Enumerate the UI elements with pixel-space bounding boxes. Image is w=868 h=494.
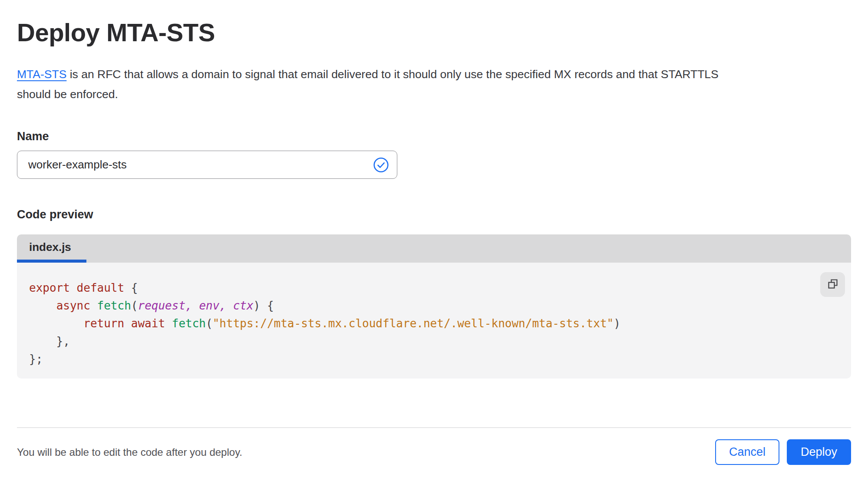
code-line: export default { [29,279,816,297]
code-area: export default { async fetch(request, en… [17,263,851,379]
footer-note: You will be able to edit the code after … [17,446,242,458]
description-line1: is an RFC that allows a domain to signal… [66,68,718,81]
code-line: return await fetch("https://mta-sts.mx.c… [29,315,816,333]
cancel-button[interactable]: Cancel [715,439,779,465]
page-title: Deploy MTA-STS [17,18,851,47]
copy-icon [827,278,839,291]
tab-index-js[interactable]: index.js [17,234,86,263]
code-preview-label: Code preview [17,207,851,221]
description-line2: should be enforced. [17,88,118,101]
code-line: }; [29,350,816,368]
description: MTA-STS is an RFC that allows a domain t… [17,64,851,104]
footer: You will be able to edit the code after … [17,439,851,465]
name-label: Name [17,129,851,143]
copy-button[interactable] [820,272,845,297]
check-circle-icon [373,157,389,173]
code-line: }, [29,333,816,350]
deploy-button[interactable]: Deploy [787,439,851,465]
mta-sts-link[interactable]: MTA-STS [17,68,66,81]
code-content: export default { async fetch(request, en… [29,279,816,368]
footer-divider [17,427,851,428]
code-preview-box: index.js export default { async fetch(re… [17,234,851,379]
code-tabbar: index.js [17,234,851,263]
name-input-wrap [17,151,397,179]
name-input[interactable] [17,151,397,179]
code-line: async fetch(request, env, ctx) { [29,297,816,315]
deploy-mta-sts-page: Deploy MTA-STS MTA-STS is an RFC that al… [0,18,868,465]
footer-actions: Cancel Deploy [715,439,851,465]
